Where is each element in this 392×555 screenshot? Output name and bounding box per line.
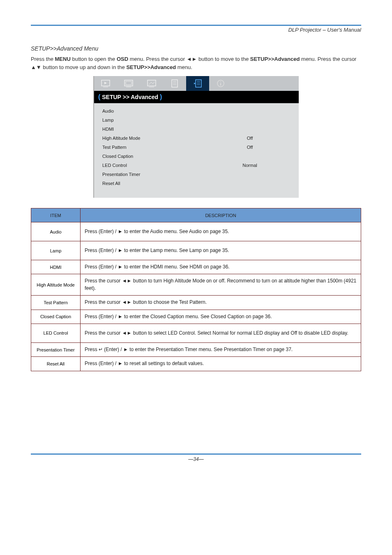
- table-row: Presentation TimerPress ↵ (Enter) / ► to…: [31, 342, 361, 356]
- svg-rect-4: [126, 87, 131, 87]
- col-item: ITEM: [31, 208, 81, 222]
- osd-screenshot: ( SETUP >> Advanced ) Audio Lamp HDMI Hi…: [93, 76, 299, 198]
- text: button to open the: [72, 56, 116, 62]
- svg-point-18: [220, 81, 221, 82]
- text: button to move up and down in the: [43, 64, 126, 70]
- row-item: Lamp: [31, 241, 81, 260]
- osd-value: Off: [201, 143, 299, 152]
- row-item: Reset All: [31, 357, 81, 371]
- up-down-arrows-icon: ▲▼: [31, 64, 42, 70]
- row-description: Press ↵ (Enter) / ► to enter the Present…: [81, 342, 361, 356]
- text: Press the cursor: [85, 278, 122, 284]
- table-row: LampPress (Enter) / ► to enter the Lamp …: [31, 241, 361, 260]
- left-right-arrows-icon: ◄►: [122, 330, 132, 336]
- text: Press: [85, 264, 99, 270]
- osd-item: HDMI: [102, 125, 201, 134]
- left-right-arrows-icon: ◄►: [122, 299, 132, 305]
- osd-value: [201, 125, 299, 134]
- svg-rect-6: [148, 80, 156, 86]
- text: Press: [85, 361, 99, 366]
- osd-item: Lamp: [102, 116, 201, 125]
- table-row: LED ControlPress the cursor ◄► button to…: [31, 324, 361, 342]
- enter-icon: ↵: [99, 347, 103, 352]
- text: Press: [85, 247, 99, 253]
- row-item: Test Pattern: [31, 296, 81, 310]
- osd-value: Normal: [201, 161, 299, 170]
- osd-value: Off: [201, 134, 299, 143]
- row-description: Press the cursor ◄► button to turn High …: [81, 274, 361, 296]
- row-item: HDMI: [31, 260, 81, 274]
- svg-marker-2: [104, 82, 107, 84]
- description-table: ITEM DESCRIPTION AudioPress (Enter) / ► …: [31, 208, 361, 371]
- left-right-arrows-icon: ◄►: [187, 56, 197, 62]
- osd-tab-1: [94, 76, 117, 91]
- text: (Enter) / ► to enter the HDMI menu. See …: [99, 264, 230, 270]
- text: menu. Press the cursor: [130, 56, 187, 62]
- text: Press: [85, 314, 99, 319]
- svg-rect-1: [103, 87, 108, 87]
- open-paren: (: [98, 93, 100, 100]
- text: (Enter) / ► to reset all settings to def…: [99, 361, 204, 366]
- osd-tab-6: [209, 76, 232, 91]
- svg-rect-12: [196, 80, 201, 87]
- page-header: DLP Projector – User's Manual: [31, 27, 361, 33]
- monitor-icon: [147, 80, 156, 87]
- row-description: Press (Enter) / ► to enter the Closed Ca…: [81, 310, 361, 324]
- svg-rect-7: [149, 87, 154, 87]
- osd-item: LED Control: [102, 161, 201, 170]
- osd-tab-2: [117, 76, 140, 91]
- text: (Enter) / ► to enter the Presentation Ti…: [103, 347, 293, 352]
- info-icon: [217, 79, 225, 88]
- osd-item: Reset All: [102, 179, 201, 188]
- breadcrumb-text: SETUP >> Advanced: [102, 94, 158, 100]
- text: (Enter) / ► to enter the Audio menu. See…: [99, 229, 229, 234]
- text: button to select LED Control. Select Nor…: [131, 330, 348, 336]
- osd-breadcrumb: ( SETUP >> Advanced ): [94, 91, 299, 103]
- osd-tab-4: [163, 76, 186, 91]
- osd-tab-active: [186, 76, 209, 91]
- osd-tab-3: [140, 76, 163, 91]
- osd-value: [201, 116, 299, 125]
- osd-tab-bar: [94, 76, 299, 91]
- display-icon: [101, 80, 110, 87]
- svg-rect-8: [172, 80, 178, 87]
- osd-item: High Altitude Mode: [102, 134, 201, 143]
- instructions: Press the MENU button to open the OSD me…: [31, 55, 361, 71]
- osd-item: Audio: [102, 106, 201, 116]
- text: Press the cursor: [85, 330, 122, 336]
- row-item: Audio: [31, 222, 81, 241]
- menu-name: SETUP>>Advanced: [126, 64, 176, 70]
- row-item: Closed Caption: [31, 310, 81, 324]
- row-item: High Altitude Mode: [31, 274, 81, 296]
- col-description: DESCRIPTION: [81, 208, 361, 222]
- page-footer: —34—: [31, 456, 361, 462]
- svg-rect-19: [220, 83, 221, 86]
- row-item: LED Control: [31, 324, 81, 342]
- osd-item: Test Pattern: [102, 143, 201, 152]
- menu-keyword: MENU: [55, 56, 71, 62]
- row-description: Press (Enter) / ► to enter the Lamp menu…: [81, 241, 361, 260]
- table-row: AudioPress (Enter) / ► to enter the Audi…: [31, 222, 361, 241]
- text: menu.: [178, 64, 192, 70]
- image-icon: [124, 80, 133, 87]
- document-icon: [171, 79, 178, 88]
- osd-value: [201, 152, 299, 161]
- table-row: HDMIPress (Enter) / ► to enter the HDMI …: [31, 260, 361, 274]
- close-paren: ): [160, 93, 162, 100]
- text: Press: [85, 229, 99, 234]
- table-row: Reset AllPress (Enter) / ► to reset all …: [31, 357, 361, 371]
- left-right-arrows-icon: ◄►: [122, 278, 132, 284]
- row-description: Press (Enter) / ► to enter the HDMI menu…: [81, 260, 361, 274]
- svg-rect-5: [126, 81, 131, 85]
- row-description: Press (Enter) / ► to enter the Audio men…: [81, 222, 361, 241]
- osd-item-column: Audio Lamp HDMI High Altitude Mode Test …: [94, 103, 201, 198]
- text: (Enter) / ► to enter the Lamp menu. See …: [99, 247, 229, 253]
- row-description: Press (Enter) / ► to reset all settings …: [81, 357, 361, 371]
- text: button to move to the: [198, 56, 250, 62]
- osd-value-column: Off Off Normal: [201, 103, 299, 198]
- osd-value: [201, 106, 299, 116]
- text: button to choose the Test Pattern.: [131, 299, 207, 305]
- section-title: SETUP>>Advanced Menu: [31, 45, 361, 52]
- text: Press the cursor: [85, 299, 122, 305]
- setup-advanced-icon: [193, 79, 202, 88]
